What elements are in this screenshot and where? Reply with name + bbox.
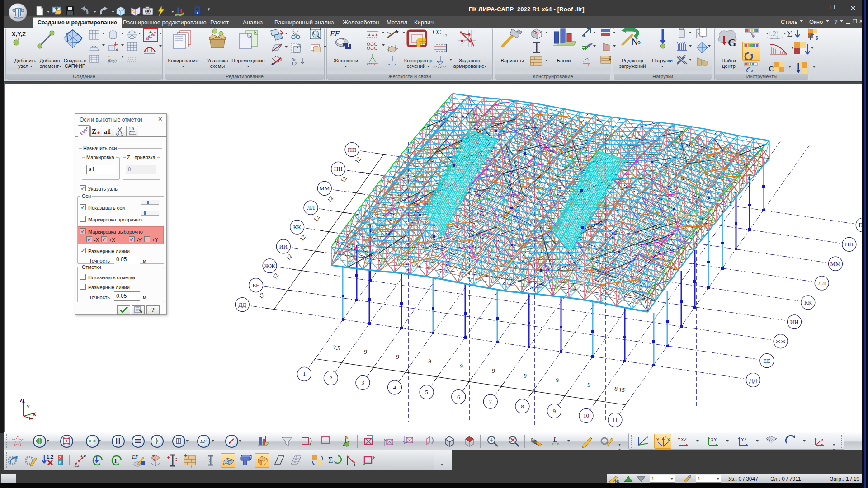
svg-text:9: 9	[523, 372, 527, 380]
svg-text:1: 1	[114, 458, 117, 465]
svg-text:EF: EF	[330, 29, 340, 38]
svg-text:Y: Y	[656, 437, 659, 442]
svg-text:ЛЛ: ЛЛ	[818, 280, 826, 286]
svg-text:ПП: ПП	[348, 146, 356, 153]
svg-text:№: №	[615, 479, 619, 483]
svg-text:3: 3	[361, 379, 364, 386]
svg-text:ДД: ДД	[238, 301, 246, 308]
svg-text:ЖЖ: ЖЖ	[775, 338, 786, 345]
svg-text:ДД: ДД	[749, 377, 757, 384]
svg-text:ЕЕ: ЕЕ	[763, 357, 770, 364]
svg-text:12: 12	[353, 156, 362, 164]
svg-text:1.2: 1.2	[47, 454, 53, 460]
svg-text:4: 4	[393, 384, 396, 391]
svg-text:1: 1	[303, 371, 306, 377]
svg-text:1,2...: 1,2...	[292, 61, 300, 66]
svg-text:10: 10	[583, 412, 589, 419]
svg-text:L: L	[553, 436, 557, 443]
svg-text:9: 9	[587, 381, 591, 389]
svg-text:8.15: 8.15	[614, 385, 625, 393]
svg-text:1.2): 1.2)	[767, 30, 778, 38]
svg-text:12: 12	[339, 175, 348, 184]
svg-text:12: 12	[257, 291, 266, 300]
svg-text:12: 12	[312, 214, 321, 223]
svg-text:Σ: Σ	[328, 456, 333, 465]
svg-text:9: 9	[396, 353, 400, 361]
svg-text:XZ: XZ	[681, 437, 687, 442]
svg-text:a1: a1	[104, 128, 111, 135]
svg-text:9: 9	[491, 367, 495, 375]
svg-text:EF: EF	[132, 454, 138, 460]
svg-text:КК: КК	[804, 299, 812, 306]
svg-text:CC: CC	[433, 29, 441, 36]
svg-text:XY: XY	[711, 437, 717, 442]
svg-text:12: 12	[326, 195, 335, 203]
svg-text:9: 9	[555, 377, 559, 384]
svg-text:Σ: Σ	[787, 28, 793, 39]
svg-text:№: №	[631, 36, 641, 47]
svg-text:5: 5	[425, 389, 428, 395]
svg-text:G: G	[728, 37, 736, 48]
svg-text:ММ: ММ	[319, 185, 330, 192]
svg-text:C: C	[769, 65, 774, 73]
svg-text:№: №	[292, 57, 296, 61]
svg-text:EF: EF	[200, 438, 207, 444]
svg-text:9: 9	[459, 363, 463, 370]
svg-text:1.0: 1.0	[129, 127, 134, 131]
svg-text:НН: НН	[334, 165, 343, 172]
svg-text:f(x,y): f(x,y)	[108, 58, 117, 63]
svg-text:X,Y,Z: X,Y,Z	[12, 31, 26, 38]
svg-text:1.2: 1.2	[80, 454, 86, 458]
svg-text:X: X	[33, 411, 37, 418]
svg-text:Z: Z	[665, 435, 667, 439]
svg-text:12: 12	[298, 234, 307, 242]
svg-text:X: X	[667, 437, 670, 442]
svg-text:ИИ: ИИ	[279, 243, 288, 250]
svg-text:7.5: 7.5	[333, 344, 341, 352]
svg-text:2: 2	[59, 455, 61, 460]
svg-text:11: 11	[612, 417, 618, 423]
svg-text:Z: Z	[19, 397, 23, 404]
svg-text:ЖЖ: ЖЖ	[264, 263, 275, 269]
svg-text:Y: Y	[26, 404, 30, 410]
svg-text:КК: КК	[293, 224, 302, 230]
svg-text:YZ: YZ	[741, 437, 747, 442]
svg-text:1 2: 1 2	[442, 33, 447, 38]
svg-text:ЛЛ: ЛЛ	[307, 204, 315, 211]
svg-text:12: 12	[271, 272, 280, 281]
svg-text:9: 9	[428, 358, 432, 365]
svg-text:12: 12	[284, 253, 293, 262]
svg-text:НН: НН	[845, 241, 854, 248]
svg-text:8: 8	[521, 403, 524, 410]
svg-text:7: 7	[489, 398, 492, 405]
svg-text:z=: z=	[108, 54, 113, 58]
svg-text:6: 6	[59, 460, 61, 465]
svg-text:6: 6	[457, 394, 460, 400]
svg-text:ИИ: ИИ	[790, 319, 799, 325]
svg-text:9: 9	[363, 348, 368, 356]
svg-text:ЕЕ: ЕЕ	[252, 282, 259, 289]
svg-text:Z: Z	[92, 128, 96, 135]
svg-text:1.2: 1.2	[74, 464, 80, 468]
svg-text:9: 9	[553, 408, 556, 414]
svg-text:2: 2	[330, 375, 333, 381]
svg-text:ММ: ММ	[830, 260, 841, 267]
svg-text:£: £	[609, 56, 611, 61]
